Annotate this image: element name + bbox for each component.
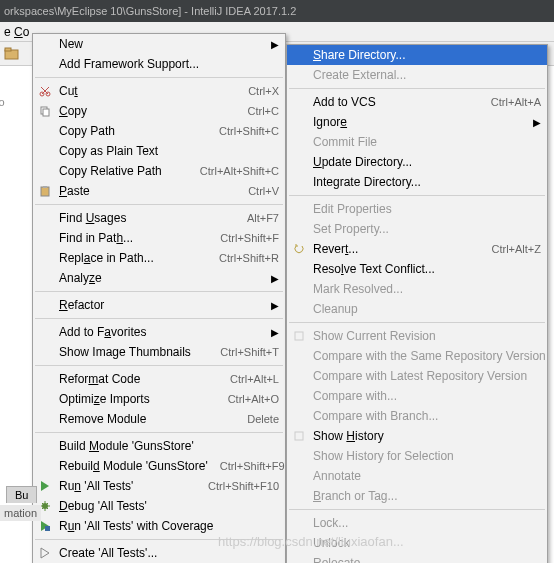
menu-item[interactable]: Run 'All Tests'Ctrl+Shift+F10 [33, 476, 285, 496]
svg-rect-11 [295, 432, 303, 440]
menu-item[interactable]: Revert...Ctrl+Alt+Z [287, 239, 547, 259]
menu-item-label: Revert... [313, 242, 479, 256]
menu-shortcut: Ctrl+V [248, 185, 279, 197]
menu-item[interactable]: Update Directory... [287, 152, 547, 172]
menu-item: Show History for Selection [287, 446, 547, 466]
menu-item[interactable]: Debug 'All Tests' [33, 496, 285, 516]
dimicon-icon [291, 328, 307, 344]
menu-item[interactable]: Show History [287, 426, 547, 446]
context-menu-subversion: Share Directory...Create External...Add … [286, 44, 548, 563]
menu-item[interactable]: Integrate Directory... [287, 172, 547, 192]
menu-item[interactable]: Share Directory... [287, 45, 547, 65]
menu-shortcut: Ctrl+Alt+A [491, 96, 541, 108]
menu-item[interactable]: Add to Favorites▶ [33, 322, 285, 342]
menu-shortcut: Ctrl+Shift+F10 [208, 480, 279, 492]
menu-item[interactable]: Add to VCSCtrl+Alt+A [287, 92, 547, 112]
context-menu-primary: New▶Add Framework Support...CutCtrl+XCop… [32, 33, 286, 563]
menu-item-label: Integrate Directory... [313, 175, 541, 189]
window-title: orkspaces\MyEclipse 10\GunsStore] - Inte… [4, 5, 296, 17]
copy-icon [37, 103, 53, 119]
menu-item[interactable]: Resolve Text Conflict... [287, 259, 547, 279]
menu-shortcut: Ctrl+C [248, 105, 279, 117]
menu-item: Edit Properties [287, 199, 547, 219]
menu-separator [289, 509, 545, 510]
menu-item-label: Add to Favorites [59, 325, 279, 339]
menu-item: Show Current Revision [287, 326, 547, 346]
menu-item-label: Run 'All Tests' with Coverage [59, 519, 279, 533]
menu-item[interactable]: Copy Relative PathCtrl+Alt+Shift+C [33, 161, 285, 181]
menu-item[interactable]: Add Framework Support... [33, 54, 285, 74]
svg-rect-9 [45, 526, 50, 531]
menu-item-label: Replace in Path... [59, 251, 207, 265]
build-tab[interactable]: Bu [6, 486, 37, 503]
menu-item-label: Find Usages [59, 211, 235, 225]
menu-item[interactable]: CopyCtrl+C [33, 101, 285, 121]
menu-item-label: Show History [313, 429, 541, 443]
menu-item-label: Resolve Text Conflict... [313, 262, 541, 276]
menu-item-label: Remove Module [59, 412, 235, 426]
menu-item-label: Find in Path... [59, 231, 208, 245]
menu-item[interactable]: Reformat CodeCtrl+Alt+L [33, 369, 285, 389]
menu-item: Compare with Latest Repository Version [287, 366, 547, 386]
submenu-arrow-icon: ▶ [271, 300, 279, 311]
menu-shortcut: Ctrl+Alt+L [230, 373, 279, 385]
menu-item-label: Rebuild Module 'GunsStore' [59, 459, 208, 473]
menu-item-label: New [59, 37, 279, 51]
menu-item[interactable]: Show Image ThumbnailsCtrl+Shift+T [33, 342, 285, 362]
menu-item[interactable]: Create 'All Tests'... [33, 543, 285, 563]
menu-item: Compare with the Same Repository Version [287, 346, 547, 366]
menu-item[interactable]: Refactor▶ [33, 295, 285, 315]
menu-item[interactable]: PasteCtrl+V [33, 181, 285, 201]
menu-item: Set Property... [287, 219, 547, 239]
menu-separator [289, 195, 545, 196]
menu-separator [289, 322, 545, 323]
menu-item-label: Reformat Code [59, 372, 218, 386]
menu-item[interactable]: Find UsagesAlt+F7 [33, 208, 285, 228]
menu-separator [35, 204, 283, 205]
menu-shortcut: Ctrl+X [248, 85, 279, 97]
menu-item-label: Paste [59, 184, 236, 198]
menu-item[interactable]: New▶ [33, 34, 285, 54]
menu-item[interactable]: Ignore▶ [287, 112, 547, 132]
paste-icon [37, 183, 53, 199]
svg-rect-10 [295, 332, 303, 340]
menu-item-label: Build Module 'GunsStore' [59, 439, 279, 453]
menu-shortcut: Ctrl+Shift+C [219, 125, 279, 137]
path-label: deaWo [0, 96, 5, 108]
menu-item-label: Lock... [313, 516, 541, 530]
menu-item[interactable]: Copy PathCtrl+Shift+C [33, 121, 285, 141]
menu-item[interactable]: Rebuild Module 'GunsStore'Ctrl+Shift+F9 [33, 456, 285, 476]
menu-item-label: Compare with... [313, 389, 541, 403]
menu-item[interactable]: Remove ModuleDelete [33, 409, 285, 429]
menu-item-label: Annotate [313, 469, 541, 483]
menu-shortcut: Alt+F7 [247, 212, 279, 224]
scissors-icon [37, 83, 53, 99]
menu-separator [289, 88, 545, 89]
menu-item[interactable]: Replace in Path...Ctrl+Shift+R [33, 248, 285, 268]
menu-item: Cleanup [287, 299, 547, 319]
revert-icon [291, 241, 307, 257]
menu-item-label: Copy Relative Path [59, 164, 188, 178]
menu-item-label: Set Property... [313, 222, 541, 236]
menu-separator [35, 77, 283, 78]
menu-item[interactable]: Find in Path...Ctrl+Shift+F [33, 228, 285, 248]
menu-item-label: Run 'All Tests' [59, 479, 196, 493]
menu-item-label: Compare with Latest Repository Version [313, 369, 541, 383]
menu-separator [35, 365, 283, 366]
menu-item-label: Commit File [313, 135, 541, 149]
menu-item: Branch or Tag... [287, 486, 547, 506]
mation-label: mation [0, 505, 41, 521]
menu-item[interactable]: CutCtrl+X [33, 81, 285, 101]
menu-item[interactable]: e Co [4, 25, 29, 39]
menu-item-label: Edit Properties [313, 202, 541, 216]
menu-separator [35, 432, 283, 433]
menu-item: Compare with Branch... [287, 406, 547, 426]
menu-item[interactable]: Build Module 'GunsStore' [33, 436, 285, 456]
menu-item[interactable]: Analyze▶ [33, 268, 285, 288]
menu-item[interactable]: Run 'All Tests' with Coverage [33, 516, 285, 536]
run-icon [37, 478, 53, 494]
menu-item[interactable]: Optimize ImportsCtrl+Alt+O [33, 389, 285, 409]
menu-item[interactable]: Copy as Plain Text [33, 141, 285, 161]
menu-item-label: Cut [59, 84, 236, 98]
folder-icon[interactable] [4, 46, 20, 62]
